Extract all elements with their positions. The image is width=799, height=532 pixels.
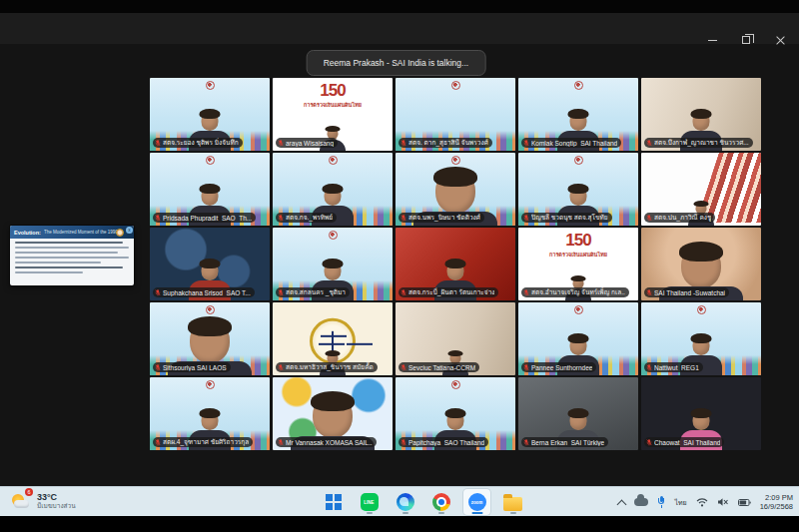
participant-tile[interactable]: 150 การตรวจเงินแผ่นดินไทย Komlak Songtip… [518,78,638,151]
file-explorer-button[interactable] [499,489,526,515]
muted-mic-icon [155,215,161,222]
muted-mic-icon [523,439,529,446]
participant-name: Chaowat_SAI Thailand [654,439,720,446]
chrome-icon [432,493,450,511]
microphone-icon [657,496,665,508]
participant-tile[interactable]: 150 การตรวจเงินแผ่นดินไทย Papitchaya_SAO… [396,377,515,450]
participant-name-label: Papitchaya_SAO Thailand [399,437,488,447]
participant-name: สตจ.บึงกาฬ_ญาณาชา ชินวรวศ... [654,138,749,148]
muted-mic-icon [400,289,406,296]
muted-mic-icon [646,289,652,296]
tray-time: 2:09 PM [760,493,793,502]
muted-mic-icon [646,215,652,222]
participant-name: สตจ.มหาธิวาส_ชินราช สมัยคั้ด [286,362,374,372]
participant-tile[interactable]: 150 การตรวจเงินแผ่นดินไทย สตผ.4_จุฑามาศ … [150,377,270,450]
weather-widget[interactable]: 6 33°C มีเมฆบางส่วน [10,490,76,512]
speaker-muted-icon [717,497,729,507]
participant-name: ปิญชลี ชวดนุช สตจ.สุโขทัย [531,213,608,223]
restore-icon [742,36,750,44]
language-indicator[interactable]: ไทย [674,497,686,508]
participant-name-label: Chaowat_SAI Thailand [644,437,724,447]
participant-name: สตจ.กจ._พรทิพย์ [286,213,333,223]
participant-tile[interactable]: 150 การตรวจเงินแผ่นดินไทย สตจ.มหาธิวาส_ช… [273,302,393,375]
participant-name: สตจ.อำนาจเจริญ จันทร์เพ็ญ กเล.. [531,287,625,297]
windows-taskbar: 6 33°C มีเมฆบางส่วน LINE [0,486,799,516]
participant-tile[interactable]: 150 การตรวจเงินแผ่นดินไทย สตจ.อำนาจเจริญ… [518,228,638,300]
tray-date: 16/9/2568 [760,502,793,511]
participant-name-label: สตจ.อำนาจเจริญ จันทร์เพ็ญ กเล.. [521,287,629,297]
participant-name-label: สตจ.บึงกาฬ_ญาณาชา ชินวรวศ... [644,138,753,148]
line-app-button[interactable]: LINE [356,489,383,515]
close-icon [776,36,785,45]
minimize-button[interactable] [703,33,721,47]
participant-tile[interactable]: 150 การตรวจเงินแผ่นดินไทย Mr Vannasak XO… [273,377,393,450]
zoom-app-button[interactable]: zoom [463,489,490,515]
muted-mic-icon [278,289,284,296]
participant-tile[interactable]: 150 การตรวจเงินแผ่นดินไทย araya Wisaisan… [273,78,393,151]
clock-widget[interactable]: 2:09 PM 16/9/2568 [760,493,793,511]
participant-name-label: สตจ.ปน_ภาวิณี คงชู [644,213,715,223]
participant-tile[interactable]: 150 การตรวจเงินแผ่นดินไทย สตจ.นพร_นิษมา … [396,153,515,226]
participant-name: Suphakchana Srisod_SAO T... [163,289,251,296]
participant-name-label: SAI Thailand -Suwatchai [644,287,729,297]
participant-tile[interactable]: 150 การตรวจเงินแผ่นดินไทย Chaowat_SAI Th… [641,377,761,450]
muted-mic-icon [523,364,529,371]
taskbar-apps: LINE zoom [320,489,526,515]
muted-mic-icon [400,215,406,222]
participant-tile[interactable]: 150 การตรวจเงินแผ่นดินไทย สตจ.บึงกาฬ_ญาณ… [641,78,761,151]
muted-mic-icon [278,364,284,371]
participant-tile[interactable]: 150 การตรวจเงินแผ่นดินไทย Suphakchana Sr… [150,228,270,300]
slide-title: Evolution: [14,230,41,236]
tray-overflow-button[interactable] [617,498,625,506]
participant-name: สตจ.ปน_ภาวิณี คงชู [654,213,711,223]
participant-name-label: Berna Erkan_SAI Türkiye [521,437,608,447]
muted-mic-icon [523,215,529,222]
slide-close-icon[interactable]: x [126,227,133,234]
participant-name-label: สตจ.กระบี่_ฝันตา รัตนเกาะจ่าง [399,287,498,297]
participant-tile[interactable]: 150 การตรวจเงินแผ่นดินไทย ปิญชลี ชวดนุช … [518,153,638,226]
participant-tile[interactable]: 150 การตรวจเงินแผ่นดินไทย Nattiwut_REG1 [641,302,761,375]
muted-mic-icon [155,289,161,296]
participant-name-label: สตจ.นพร_นิษมา ชัดติวงศ์ [399,213,484,223]
screen-top-strip [0,0,799,13]
slide-header: Evolution: The Modernized Moment of the … [10,226,134,239]
participant-tile[interactable]: 150 การตรวจเงินแผ่นดินไทย Pridsada Phupr… [150,153,270,226]
shared-slide-panel[interactable]: Evolution: The Modernized Moment of the … [10,226,134,285]
participant-name: araya Wisaisang [286,140,334,147]
restore-button[interactable] [737,33,755,47]
participant-tile[interactable]: 150 การตรวจเงินแผ่นดินไทย สตจ. ตาก_สุธาส… [396,78,515,151]
participant-tile[interactable]: 150 การตรวจเงินแผ่นดินไทย สตจ.ปน_ภาวิณี … [641,153,761,226]
wifi-button[interactable] [696,497,708,507]
wifi-icon [696,497,708,507]
participant-tile[interactable]: 150 การตรวจเงินแผ่นดินไทย สตจ.กจ._พรทิพย… [273,153,393,226]
battery-button[interactable] [738,498,751,507]
participant-name: Pridsada Phupradit_SAO_Th... [163,215,252,222]
participant-name: Sithsouriya SAI LAOS [163,364,227,371]
weather-badge: 6 [25,488,33,496]
participant-tile[interactable]: 150 การตรวจเงินแผ่นดินไทย Sithsouriya SA… [150,302,270,375]
participant-name-label: สตผ.4_จุฑามาศ ชัยศิริถาวรกุล [153,437,253,447]
participant-tile[interactable]: 150 การตรวจเงินแผ่นดินไทย Berna Erkan_SA… [518,377,638,450]
start-button[interactable] [320,489,347,515]
participant-tile[interactable]: 150 การตรวจเงินแผ่นดินไทย สตจ.สกลนคร _ชุ… [273,228,393,300]
edge-app-button[interactable] [392,489,418,515]
chrome-app-button[interactable] [427,489,454,515]
participant-tile[interactable]: 150 การตรวจเงินแผ่นดินไทย Pannee Sunthor… [518,302,638,375]
close-button[interactable] [771,33,789,47]
muted-mic-icon [523,140,529,147]
volume-muted-button[interactable] [717,497,729,507]
window-titlebar [0,13,799,44]
participant-name: Pannee Sunthorndee [531,364,592,371]
participant-tile[interactable]: 150 การตรวจเงินแผ่นดินไทย Sevciuc Tatian… [396,302,515,375]
onedrive-button[interactable] [634,498,648,506]
participant-tile[interactable]: 150 การตรวจเงินแผ่นดินไทย สตจ.กระบี่_ฝัน… [396,228,515,300]
participant-name: สตจ.ระยอง ชุติพร มิ่งจันทึก [163,138,239,148]
participant-tile[interactable]: 150 การตรวจเงินแผ่นดินไทย สตจ.ระยอง ชุติ… [150,78,270,151]
participant-name: SAI Thailand -Suwatchai [654,289,725,296]
edge-icon [397,493,414,511]
chevron-up-icon [617,498,625,506]
mic-tray-button[interactable] [657,496,665,508]
windows-start-icon [326,494,342,510]
participant-tile[interactable]: 150 การตรวจเงินแผ่นดินไทย SAI Thailand -… [641,228,761,300]
line-icon: LINE [361,493,379,511]
